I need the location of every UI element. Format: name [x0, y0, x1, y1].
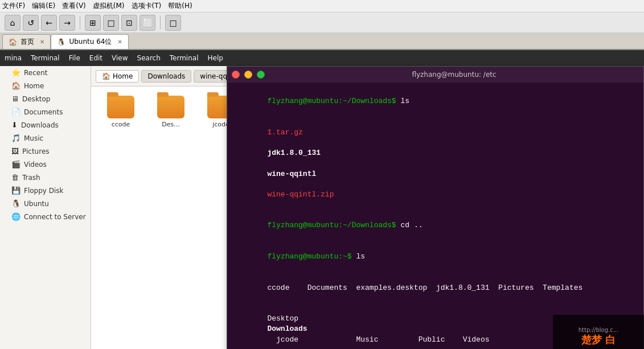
term-file-tar: 1.tar.gz — [267, 128, 302, 137]
term-space3 — [267, 180, 276, 188]
vm-menubar: 文件(F) 编辑(E) 查看(V) 虚拟机(M) 选项卡(T) 帮助(H) — [0, 0, 644, 13]
fm-menu-terminal[interactable]: Terminal — [31, 54, 60, 62]
sidebar-item-music[interactable]: 🎵 Music — [0, 132, 91, 145]
tab-home[interactable]: 🏠 首页 ✕ — [2, 34, 51, 49]
fm-menu-view[interactable]: View — [112, 54, 128, 62]
toolbar-sep1 — [80, 16, 80, 30]
fm-menu-file[interactable]: File — [69, 54, 80, 62]
videos-icon: 🎬 — [11, 160, 20, 169]
term-file-wine: wine-qqintl — [267, 170, 316, 178]
file-name-ccode: ccode — [112, 121, 130, 128]
toolbar-btn7[interactable]: □ — [165, 15, 181, 31]
fm-menu-help[interactable]: Help — [207, 54, 223, 62]
toolbar-btn6[interactable]: ⬜ — [140, 15, 155, 31]
menu-view[interactable]: 查看(V) — [62, 1, 86, 11]
terminal-titlebar: flyzhang@mubuntu: /etc — [227, 67, 643, 83]
home-icon: 🏠 — [11, 81, 20, 90]
term-space2 — [267, 159, 276, 167]
term-line-1: flyzhang@mubuntu:~/Downloads$ ls — [232, 86, 639, 117]
tab-home-label: 首页 — [20, 37, 34, 47]
menu-tabs[interactable]: 选项卡(T) — [132, 1, 162, 11]
menu-help[interactable]: 帮助(H) — [168, 1, 192, 11]
sidebar-item-documents[interactable]: 📄 Documents — [0, 105, 91, 118]
sidebar-item-home[interactable]: 🏠 Home — [0, 79, 91, 92]
sidebar-item-desktop[interactable]: 🖥 Desktop — [0, 92, 91, 105]
sidebar: ⭐ Recent 🏠 Home 🖥 Desktop 📄 Documents ⬇ … — [0, 66, 91, 349]
tab-ubuntu[interactable]: 🐧 Ubuntu 64位 ✕ — [51, 34, 128, 49]
term-close-btn[interactable] — [232, 71, 240, 79]
terminal-window: flyzhang@mubuntu: /etc flyzhang@mubuntu:… — [227, 66, 644, 349]
terminal-content[interactable]: flyzhang@mubuntu:~/Downloads$ ls 1.tar.g… — [227, 83, 643, 349]
sidebar-label-ubuntu: Ubuntu — [24, 200, 49, 208]
toolbar-btn5[interactable]: ⊡ — [121, 15, 137, 31]
tab-home-close[interactable]: ✕ — [40, 39, 44, 45]
loc-home-btn[interactable]: 🏠 Home — [96, 70, 139, 83]
sidebar-item-recent[interactable]: ⭐ Recent — [0, 66, 91, 79]
file-item-ccode[interactable]: ccode — [98, 93, 143, 130]
fm-menu-terminal2[interactable]: Terminal — [170, 54, 199, 62]
term-cmd-3: cd .. — [396, 221, 423, 229]
tab-ubuntu-close[interactable]: ✕ — [117, 39, 122, 45]
term-out-ccode: ccode Documents examples.desktop jdk1.8.… — [267, 284, 583, 292]
sidebar-label-music: Music — [24, 134, 43, 142]
term-line-3: flyzhang@mubuntu:~/Downloads$ cd .. — [232, 210, 639, 241]
sidebar-label-desktop: Desktop — [22, 95, 51, 103]
term-line-5: ccode Documents examples.desktop jdk1.8.… — [232, 272, 639, 303]
sidebar-label-videos: Videos — [24, 161, 47, 169]
term-prompt-3: flyzhang@mubuntu:~/Downloads$ — [267, 221, 396, 229]
sidebar-item-pictures[interactable]: 🖼 Pictures — [0, 145, 91, 158]
toolbar-sep2 — [160, 16, 161, 30]
sidebar-item-trash[interactable]: 🗑 Trash — [0, 171, 91, 184]
folder-icon-desktop — [157, 96, 184, 118]
watermark: http://blog.c... 楚梦 白 — [553, 315, 644, 349]
term-max-btn[interactable] — [257, 71, 265, 79]
sidebar-item-floppy[interactable]: 💾 Floppy Disk — [0, 184, 91, 197]
pictures-icon: 🖼 — [11, 147, 19, 155]
sidebar-item-videos[interactable]: 🎬 Videos — [0, 158, 91, 171]
tab-home-icon: 🏠 — [9, 38, 17, 46]
sidebar-label-downloads: Downloads — [21, 121, 59, 129]
tab-ubuntu-label: Ubuntu 64位 — [69, 37, 112, 47]
toolbar-btn4[interactable]: □ — [103, 15, 119, 31]
sidebar-item-ubuntu[interactable]: 🐧 Ubuntu — [0, 197, 91, 210]
term-out-downloads: Downloads — [267, 325, 307, 333]
term-file-zip: wine-qqintl.zip — [267, 190, 334, 199]
term-cmd-4: ls — [352, 252, 365, 261]
sidebar-item-connect[interactable]: 🌐 Connect to Server — [0, 210, 91, 223]
folder-icon-ccode — [107, 96, 134, 118]
menu-file[interactable]: 文件(F) — [2, 1, 25, 11]
term-out-desktop: Desktop — [267, 314, 307, 323]
vm-toolbar: ⌂ ↺ ← → ⊞ □ ⊡ ⬜ □ — [0, 13, 644, 33]
fm-menu-search[interactable]: Search — [137, 54, 161, 62]
toolbar-refresh-btn[interactable]: ↺ — [23, 15, 39, 31]
toolbar-btn3[interactable]: ⊞ — [85, 15, 101, 31]
sidebar-label-connect: Connect to Server — [24, 213, 86, 221]
term-space1 — [267, 138, 276, 147]
tab-ubuntu-icon: 🐧 — [57, 38, 65, 46]
file-item-desktop[interactable]: Des... — [148, 93, 194, 130]
loc-downloads-label: Downloads — [147, 72, 185, 80]
main-layout: ⭐ Recent 🏠 Home 🖥 Desktop 📄 Documents ⬇ … — [0, 66, 644, 349]
fm-menu-mina[interactable]: mina — [5, 54, 22, 62]
menu-vm[interactable]: 虚拟机(M) — [93, 1, 125, 11]
term-min-btn[interactable] — [244, 71, 252, 79]
loc-home-icon: 🏠 — [102, 72, 110, 80]
term-line-2: 1.tar.gz jdk1.8.0_131 wine-qqintl wine-q… — [232, 117, 639, 211]
sidebar-label-trash: Trash — [22, 174, 40, 182]
watermark-brand: 楚梦 白 — [581, 333, 616, 347]
desktop-icon: 🖥 — [11, 95, 19, 103]
fm-menu-edit[interactable]: Edit — [89, 54, 102, 62]
toolbar-forward-btn[interactable]: → — [59, 15, 75, 31]
term-cmd-1: ls — [396, 97, 409, 105]
sidebar-label-recent: Recent — [24, 69, 47, 77]
ubuntu-icon: 🐧 — [11, 199, 20, 208]
file-name-desktop: Des... — [162, 121, 179, 128]
term-file-jdk: jdk1.8.0_131 — [267, 149, 321, 157]
toolbar-back-btn[interactable]: ← — [41, 15, 57, 31]
menu-edit[interactable]: 编辑(E) — [32, 1, 55, 11]
toolbar-home-btn[interactable]: ⌂ — [5, 15, 20, 31]
fm-menubar: mina Terminal File Edit View Search Term… — [0, 50, 644, 66]
sidebar-item-downloads[interactable]: ⬇ Downloads — [0, 118, 91, 132]
loc-downloads-btn[interactable]: Downloads — [141, 70, 191, 83]
downloads-icon: ⬇ — [11, 121, 18, 129]
